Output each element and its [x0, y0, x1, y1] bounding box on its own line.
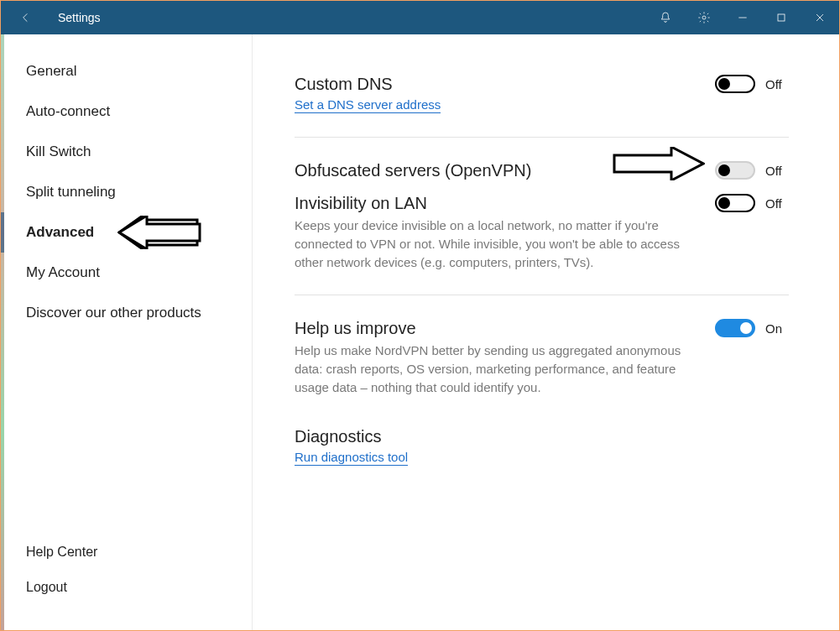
sidebar-item-label: General	[26, 63, 76, 79]
setting-title: Help us improve	[295, 319, 688, 338]
minimize-icon	[736, 11, 749, 24]
titlebar: Settings	[1, 1, 839, 34]
sidebar-item-label: Logout	[26, 580, 67, 594]
run-diagnostics-link[interactable]: Run diagnostics tool	[295, 450, 408, 466]
toggle-custom-dns[interactable]	[715, 75, 755, 93]
maximize-button[interactable]	[762, 1, 801, 34]
settings-button[interactable]	[685, 1, 723, 34]
svg-rect-1	[778, 14, 785, 21]
decorative-left-strip	[1, 34, 4, 630]
setting-invisibility-lan: Invisibility on LAN Keeps your device in…	[295, 189, 789, 286]
close-button[interactable]	[801, 1, 839, 34]
main-content: Custom DNS Set a DNS server address Off …	[253, 34, 839, 630]
notifications-button[interactable]	[646, 1, 685, 34]
sidebar-item-label: Help Center	[26, 545, 97, 559]
sidebar-item-my-account[interactable]: My Account	[1, 253, 252, 293]
gear-icon	[697, 11, 711, 24]
sidebar-item-label: Split tunneling	[26, 184, 116, 200]
annotation-arrow-advanced	[117, 216, 201, 249]
sidebar-item-label: My Account	[26, 264, 100, 280]
setting-description: Help us make NordVPN better by sending u…	[295, 342, 688, 396]
setting-title: Diagnostics	[295, 427, 789, 446]
sidebar-item-label: Discover our other products	[26, 305, 201, 321]
sidebar-item-label: Auto-connect	[26, 103, 110, 119]
sidebar-item-help-center[interactable]: Help Center	[1, 535, 252, 570]
sidebar-item-label: Advanced	[26, 224, 94, 240]
toggle-help-us-improve[interactable]	[715, 319, 755, 337]
window-title: Settings	[58, 11, 101, 24]
sidebar-item-general[interactable]: General	[1, 51, 252, 91]
toggle-state-label: Off	[765, 77, 789, 91]
arrow-left-icon	[19, 11, 33, 24]
sidebar-item-logout[interactable]: Logout	[1, 570, 252, 605]
close-icon	[813, 11, 827, 24]
setting-custom-dns: Custom DNS Set a DNS server address Off	[295, 60, 789, 128]
sidebar-item-label: Kill Switch	[26, 143, 91, 159]
setting-diagnostics: Diagnostics Run diagnostics tool	[295, 412, 789, 481]
setting-obfuscated-servers: Obfuscated servers (OpenVPN) Off	[295, 146, 789, 189]
toggle-state-label: Off	[765, 196, 789, 211]
sidebar-item-discover-products[interactable]: Discover our other products	[1, 293, 252, 333]
toggle-state-label: Off	[765, 164, 789, 178]
sidebar-item-split-tunneling[interactable]: Split tunneling	[1, 172, 252, 212]
sidebar: General Auto-connect Kill Switch Split t…	[1, 34, 253, 630]
toggle-state-label: On	[765, 321, 789, 336]
setting-description: Keeps your device invisible on a local n…	[295, 216, 688, 271]
divider	[295, 295, 789, 295]
sidebar-item-kill-switch[interactable]: Kill Switch	[1, 132, 252, 172]
bell-icon	[659, 11, 672, 24]
toggle-obfuscated-servers[interactable]	[715, 161, 755, 180]
svg-point-0	[702, 16, 706, 19]
sidebar-item-auto-connect[interactable]: Auto-connect	[1, 91, 252, 132]
setting-title: Custom DNS	[295, 75, 688, 94]
annotation-arrow-obfuscated-toggle	[613, 147, 705, 180]
setting-help-us-improve: Help us improve Help us make NordVPN bet…	[295, 304, 789, 411]
setting-title: Invisibility on LAN	[295, 194, 688, 213]
minimize-button[interactable]	[723, 1, 762, 34]
maximize-icon	[775, 11, 788, 24]
back-button[interactable]	[9, 1, 43, 34]
set-dns-link[interactable]: Set a DNS server address	[295, 97, 441, 113]
toggle-invisibility-lan[interactable]	[715, 194, 755, 212]
divider	[295, 137, 789, 138]
